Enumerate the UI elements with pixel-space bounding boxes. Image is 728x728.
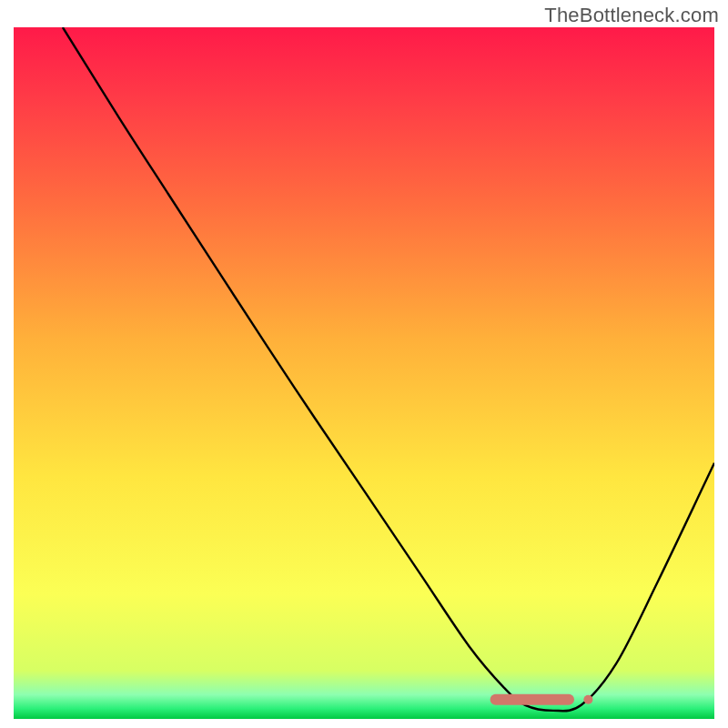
svg-rect-0 [490,694,574,705]
chart-area [14,27,714,719]
watermark-text: TheBottleneck.com [544,4,719,27]
svg-point-1 [583,695,592,704]
gradient-background [14,27,714,719]
chart-svg [14,27,714,719]
